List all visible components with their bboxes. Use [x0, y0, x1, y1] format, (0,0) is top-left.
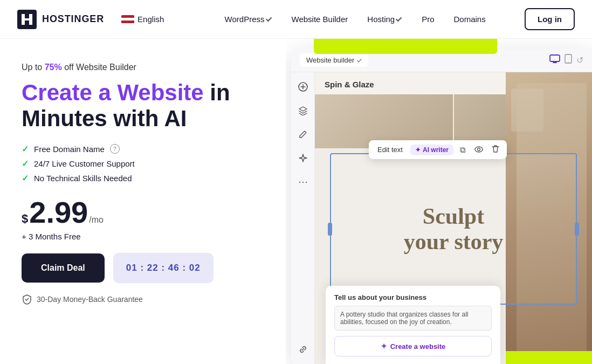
nav-domains-label: Domains [454, 15, 486, 24]
nav-website-builder[interactable]: Website Builder [284, 10, 356, 28]
svg-point-5 [475, 147, 483, 152]
svg-point-3 [568, 61, 569, 63]
sidebar-tool-add[interactable] [295, 79, 311, 95]
check-icon-skills: ✓ [22, 173, 29, 183]
main-content: Up to 75% off Website Builder Create a W… [0, 39, 592, 364]
canvas-headline-area: Sculpt your story [330, 153, 577, 305]
navbar: HOSTINGER English WordPress Website Buil… [0, 0, 592, 39]
promo-percent: 75% [45, 63, 62, 72]
feature-domain-text: Free Domain Name [34, 145, 105, 154]
guarantee-text: 30-Day Money-Back Guarantee [37, 295, 143, 304]
help-icon-domain[interactable]: ? [110, 144, 120, 154]
canvas-headline-text: Sculpt your story [404, 204, 504, 253]
feature-skills-text: No Technical Skills Needed [34, 174, 132, 183]
ai-writer-label: AI writer [423, 146, 449, 154]
nav-hosting[interactable]: Hosting [360, 10, 410, 28]
ai-chat-input-text: A pottery studio that organizes classes … [334, 306, 492, 331]
hero-title-colored: Create a Website [22, 80, 204, 105]
sidebar-tool-ai[interactable] [295, 150, 311, 166]
feature-skills: ✓ No Technical Skills Needed [22, 173, 264, 183]
price-main-value: 2.99 [29, 197, 88, 228]
ai-sparkle-icon: ✦ [381, 342, 387, 351]
pricing-area: $ 2.99 /mo [22, 197, 264, 228]
nav-wordpress-label: WordPress [225, 15, 265, 24]
svg-rect-1 [550, 55, 560, 61]
promo-prefix: Up to [22, 63, 45, 72]
tablet-icon[interactable] [565, 54, 572, 66]
edit-text-button[interactable]: Edit text [374, 144, 406, 155]
builder-tab-chevron-icon [357, 57, 362, 62]
flag-icon [121, 15, 134, 24]
price-line: $ 2.99 /mo [22, 197, 264, 228]
copy-icon[interactable]: ⧉ [458, 144, 468, 156]
nav-links: WordPress Website Builder Hosting Pro Do… [185, 10, 525, 28]
hostinger-logo-icon [17, 10, 37, 29]
claim-deal-button[interactable]: Claim Deal [22, 253, 105, 283]
promo-text: Up to 75% off Website Builder [22, 63, 264, 72]
feature-support: ✓ 24/7 Live Customer Support [22, 159, 264, 169]
yellow-accent-top [314, 39, 497, 54]
nav-hosting-label: Hosting [367, 15, 395, 24]
login-button[interactable]: Log in [525, 8, 575, 30]
nav-website-builder-label: Website Builder [292, 15, 348, 24]
language-selector[interactable]: English [121, 15, 164, 24]
hero-title: Create a Website in Minutes with AI [22, 80, 264, 132]
ai-chat-panel: Tell us about your business A pottery st… [326, 286, 500, 364]
promo-suffix: off Website Builder [62, 63, 136, 72]
eye-icon[interactable] [472, 144, 485, 155]
brand-name: HOSTINGER [42, 13, 104, 25]
builder-tab[interactable]: Website builder [300, 53, 368, 67]
sidebar-tool-link[interactable] [295, 341, 311, 358]
nav-pro-label: Pro [422, 15, 434, 24]
cta-row: Claim Deal 01 : 22 : 46 : 02 [22, 253, 264, 283]
ai-writer-button[interactable]: ✦ AI writer [410, 145, 453, 155]
nav-pro[interactable]: Pro [414, 10, 442, 28]
sidebar-tool-more[interactable]: ⋯ [295, 174, 311, 190]
feature-support-text: 24/7 Live Customer Support [34, 159, 135, 168]
shield-icon [22, 294, 32, 305]
language-label: English [137, 15, 164, 24]
right-panel: Website builder ↺ [286, 39, 592, 364]
nav-domains[interactable]: Domains [446, 10, 493, 28]
edit-toolbar: Edit text ✦ AI writer ⧉ [369, 140, 507, 159]
yellow-accent-bottom [506, 351, 592, 364]
logo-area[interactable]: HOSTINGER [17, 10, 104, 29]
ai-chat-title: Tell us about your business [334, 293, 492, 301]
builder-body: ⋯ Spin & Glaze [291, 72, 592, 364]
sidebar-tool-layers[interactable] [295, 102, 311, 119]
sidebar-tool-edit[interactable] [295, 126, 311, 142]
canvas-handle-left[interactable] [328, 223, 332, 236]
nav-wordpress[interactable]: WordPress [217, 10, 280, 28]
device-icons: ↺ [549, 54, 583, 66]
builder-tab-label: Website builder [306, 56, 354, 64]
price-dollar-sign: $ [22, 212, 28, 226]
desktop-icon[interactable] [549, 54, 560, 66]
builder-canvas: Spin & Glaze Edit text [315, 72, 592, 364]
svg-point-6 [477, 148, 480, 151]
check-icon-support: ✓ [22, 159, 29, 169]
features-list: ✓ Free Domain Name ? ✓ 24/7 Live Custome… [22, 144, 264, 183]
ai-star-icon: ✦ [415, 146, 421, 154]
chevron-down-icon-hosting [396, 15, 402, 21]
feature-domain: ✓ Free Domain Name ? [22, 144, 264, 154]
chevron-down-icon [265, 15, 271, 21]
bonus-text: + 3 Months Free [22, 232, 264, 241]
price-period: /mo [89, 215, 104, 225]
delete-icon[interactable] [490, 143, 501, 156]
guarantee-line: 30-Day Money-Back Guarantee [22, 294, 264, 305]
undo-icon[interactable]: ↺ [576, 55, 583, 65]
check-icon-domain: ✓ [22, 144, 29, 154]
builder-window: Website builder ↺ [291, 49, 592, 364]
countdown-timer[interactable]: 01 : 22 : 46 : 02 [113, 253, 214, 283]
builder-sidebar: ⋯ [291, 72, 315, 364]
site-name-label: Spin & Glaze [325, 80, 374, 89]
canvas-handle-right[interactable] [575, 223, 579, 236]
left-panel: Up to 75% off Website Builder Create a W… [0, 39, 286, 364]
create-website-label: Create a website [390, 342, 446, 351]
create-website-button[interactable]: ✦ Create a website [334, 336, 492, 356]
